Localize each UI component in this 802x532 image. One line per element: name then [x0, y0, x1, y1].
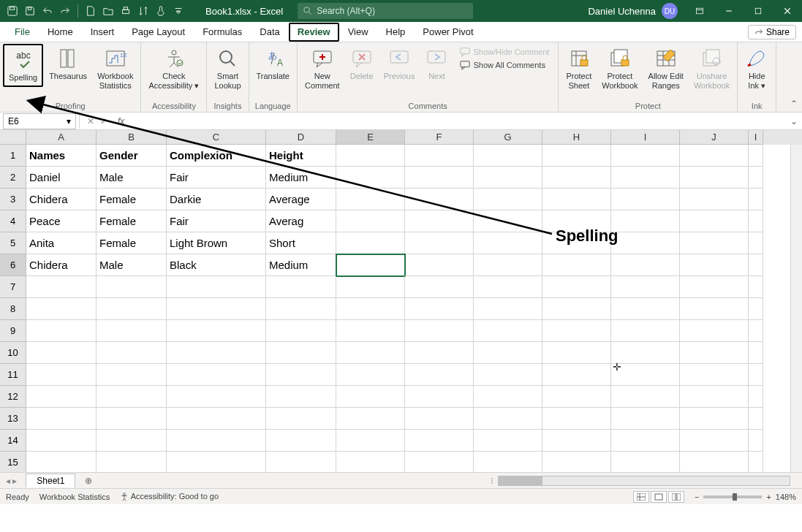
cell[interactable] [336, 232, 405, 254]
status-workbook-stats[interactable]: Workbook Statistics [39, 493, 110, 501]
cell[interactable] [680, 232, 749, 254]
cell[interactable] [611, 320, 680, 342]
tab-file[interactable]: File [6, 22, 39, 42]
cell[interactable]: Male [97, 254, 167, 276]
cell[interactable] [336, 452, 405, 472]
cell[interactable] [680, 386, 749, 408]
cell[interactable] [611, 232, 680, 254]
show-all-comments-button[interactable]: Show All Comments [457, 58, 552, 72]
spelling-button[interactable]: abcSpelling [3, 44, 43, 87]
cell[interactable] [266, 342, 336, 364]
new-comment-button[interactable]: New Comment [300, 44, 344, 93]
ribbon-display-options-icon[interactable] [685, 0, 714, 22]
cell[interactable] [26, 298, 97, 320]
protect-sheet-button[interactable]: Protect Sheet [561, 44, 596, 93]
cell[interactable] [542, 342, 611, 364]
row-header[interactable]: 6 [0, 254, 26, 276]
cell[interactable] [336, 342, 405, 364]
cell[interactable] [167, 342, 266, 364]
cell[interactable] [405, 298, 474, 320]
cell[interactable] [749, 364, 763, 386]
search-box[interactable]: Search (Alt+Q) [298, 3, 473, 19]
cell[interactable] [611, 145, 680, 167]
column-header[interactable]: H [542, 130, 611, 145]
cell[interactable] [405, 254, 474, 276]
vertical-scrollbar[interactable] [790, 145, 802, 472]
grid-body[interactable]: 1NamesGenderComplexionHeight2DanielMaleF… [0, 145, 802, 472]
minimize-icon[interactable] [714, 0, 744, 22]
cell[interactable] [336, 254, 405, 276]
cell[interactable] [26, 452, 97, 472]
row-header[interactable]: 4 [0, 210, 26, 232]
cell[interactable] [474, 210, 542, 232]
sheet-nav[interactable]: ◂ ▸ [0, 476, 23, 486]
smart-lookup-button[interactable]: Smart Lookup [210, 44, 245, 93]
cell[interactable] [611, 298, 680, 320]
workbook-statistics-button[interactable]: 123Workbook Statistics [93, 44, 137, 93]
row-header[interactable]: 2 [0, 167, 26, 189]
cell[interactable]: Black [167, 254, 266, 276]
cell[interactable]: Gender [97, 145, 167, 167]
open-file-icon[interactable] [100, 3, 116, 19]
cell[interactable]: Daniel [26, 167, 97, 189]
cell[interactable] [680, 320, 749, 342]
cell[interactable] [749, 167, 763, 189]
cell[interactable] [26, 408, 97, 430]
cell[interactable] [266, 276, 336, 298]
cell[interactable] [405, 276, 474, 298]
cell[interactable] [680, 145, 749, 167]
close-icon[interactable] [773, 0, 802, 22]
status-accessibility[interactable]: Accessibility: Good to go [120, 492, 219, 501]
cell[interactable] [474, 167, 542, 189]
cell[interactable] [405, 232, 474, 254]
row-header[interactable]: 9 [0, 320, 26, 342]
cell[interactable] [266, 386, 336, 408]
select-all-corner[interactable] [0, 130, 26, 145]
cell[interactable] [167, 452, 266, 472]
cell[interactable] [611, 254, 680, 276]
cell[interactable] [749, 342, 763, 364]
row-header[interactable]: 7 [0, 276, 26, 298]
cell[interactable] [26, 320, 97, 342]
cell[interactable] [749, 386, 763, 408]
column-header[interactable]: D [266, 130, 336, 145]
tab-review[interactable]: Review [289, 23, 339, 42]
cell[interactable] [542, 145, 611, 167]
cell[interactable] [336, 167, 405, 189]
cell[interactable]: Female [97, 189, 167, 210]
cell[interactable] [680, 430, 749, 452]
cell[interactable] [405, 189, 474, 210]
add-sheet-button[interactable]: ⊕ [81, 474, 96, 488]
cell[interactable] [611, 210, 680, 232]
cell[interactable] [336, 408, 405, 430]
cell[interactable] [474, 452, 542, 472]
cell[interactable] [266, 364, 336, 386]
tab-power-pivot[interactable]: Power Pivot [414, 22, 482, 42]
cell[interactable]: Female [97, 232, 167, 254]
sheet-tab[interactable]: Sheet1 [26, 474, 75, 487]
cell[interactable] [542, 320, 611, 342]
cell[interactable] [749, 232, 763, 254]
cell[interactable]: Chidera [26, 254, 97, 276]
new-file-icon[interactable] [83, 3, 99, 19]
cell[interactable] [97, 320, 167, 342]
cell[interactable] [474, 342, 542, 364]
zoom-slider[interactable] [703, 495, 762, 498]
cell[interactable] [167, 276, 266, 298]
cell[interactable] [474, 298, 542, 320]
cell[interactable] [336, 386, 405, 408]
cell[interactable] [474, 430, 542, 452]
cell[interactable] [542, 167, 611, 189]
column-header[interactable]: F [405, 130, 474, 145]
cell[interactable] [474, 386, 542, 408]
qat-dropdown-icon[interactable] [170, 3, 186, 19]
cell[interactable]: Average [266, 189, 336, 210]
cell[interactable] [474, 408, 542, 430]
cell[interactable] [26, 276, 97, 298]
cell[interactable] [336, 145, 405, 167]
row-header[interactable]: 11 [0, 364, 26, 386]
tab-data[interactable]: Data [251, 22, 288, 42]
cell[interactable] [474, 254, 542, 276]
cell[interactable]: Short [266, 232, 336, 254]
cell[interactable] [749, 145, 763, 167]
